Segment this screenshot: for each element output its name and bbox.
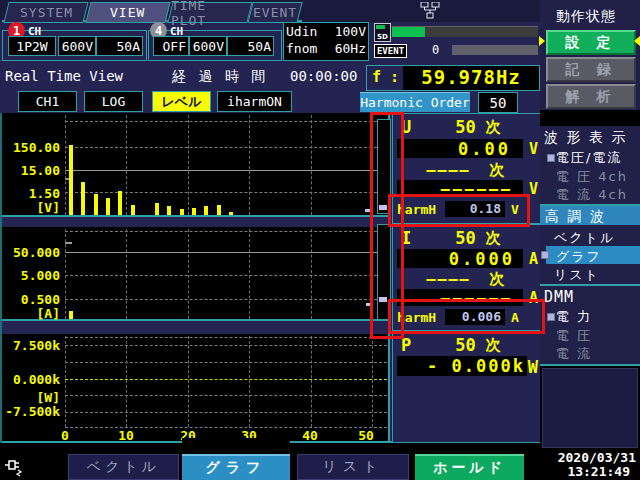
u-unit-label: [V] xyxy=(2,200,60,215)
xtick-10: 10 xyxy=(111,428,141,443)
i-ytick-50: 50.000 xyxy=(2,245,60,260)
ch1-current-range-box: 50A xyxy=(96,36,143,56)
ch1-voltage-range-box: 600V xyxy=(58,36,96,56)
i-readout-title: I 50 次 xyxy=(393,228,540,248)
udin-value: 100V xyxy=(335,24,366,39)
i-scroll-thumb[interactable] xyxy=(379,297,387,302)
i-cursor-marker xyxy=(366,303,372,306)
i-harmh-label: harmH xyxy=(397,310,436,325)
log-scale-button[interactable]: LOG xyxy=(84,91,143,112)
harmonic-order-button[interactable]: Harmonic Order xyxy=(360,92,470,112)
frequency-box: f : 59.978Hz xyxy=(366,65,540,91)
tab-view[interactable]: VIEW xyxy=(85,2,170,23)
u-order-value: 0.00 xyxy=(397,139,523,158)
u-harmonic-scrollbar[interactable] xyxy=(377,119,391,214)
u-harmh-unit: V xyxy=(511,202,519,217)
probe-connector-icon xyxy=(4,458,30,478)
sidebar-button-settings[interactable]: 設 定 xyxy=(546,30,636,55)
channel-select-button[interactable]: CH1 xyxy=(18,91,77,112)
event-label-badge: EVENT xyxy=(374,44,407,58)
sidebar-item-vector[interactable]: ベクトル xyxy=(554,229,615,247)
event-bar xyxy=(452,45,538,55)
u-harmh-label: harmH xyxy=(397,202,436,217)
sidebar-item-voltage-current[interactable]: 電圧/電流 xyxy=(556,149,622,167)
sidebar-item-graph[interactable]: グラフ xyxy=(546,246,640,264)
level-mode-button[interactable]: レベル xyxy=(152,91,211,112)
i-order-value: 0.000 xyxy=(397,249,523,268)
sidebar-item-voltage-4ch[interactable]: 電 圧 4ch xyxy=(556,168,628,186)
power-readout-panel: P 50 次 - 0.000k W xyxy=(392,331,541,443)
sidebar-item-dmm-current[interactable]: 電 流 xyxy=(556,345,592,363)
i-harmonic-scrollbar[interactable] xyxy=(377,224,391,320)
waveform-section-title: 波 形 表 示 xyxy=(544,129,627,147)
i-range-tick xyxy=(65,242,72,244)
i-dash-unit: A xyxy=(529,289,538,307)
graph-tab-notch xyxy=(182,438,290,445)
voltage-readout-panel: U 50 次 0.00 V –––– 次 –––––– V harmH 0.18… xyxy=(392,113,541,224)
udin-row: Udin 100V xyxy=(284,23,368,40)
u-order-unit: V xyxy=(529,140,538,158)
sidebar-item-power[interactable]: 電 力 xyxy=(556,308,592,326)
bottom-button-vector[interactable]: ベクトル xyxy=(68,454,179,480)
u-scroll-thumb[interactable] xyxy=(379,205,387,210)
u-dash-unit: V xyxy=(529,180,538,198)
i-ytick-0.5: 0.500 xyxy=(2,292,60,307)
harmonics-section-header: 高 調 波 xyxy=(540,206,640,225)
xtick-40: 40 xyxy=(295,428,325,443)
ch4-voltage-range-box: 600V xyxy=(189,36,227,56)
tab-event[interactable]: EVENT xyxy=(247,2,302,23)
sidebar-button-record[interactable]: 記 録 xyxy=(546,57,636,82)
graph-selected-bullet-icon xyxy=(541,251,549,259)
i-harmh-value: 0.006 xyxy=(445,309,505,325)
u-ytick-1.5: 1.50 xyxy=(2,186,60,201)
harmonic-order-value[interactable]: 50 xyxy=(478,92,518,113)
u-dash-value: –––––– xyxy=(397,180,523,197)
status-date: 2020/03/31 xyxy=(540,450,636,465)
waveform-selected-bullet-icon xyxy=(547,154,555,162)
frequency-label: f : xyxy=(367,66,403,90)
p-ytick-7.5k: 7.500k xyxy=(2,338,60,353)
u-ytick-150: 150.00 xyxy=(2,140,60,155)
p-readout-title: P 50 次 xyxy=(393,335,540,355)
i-ytick-5: 5.000 xyxy=(2,268,60,283)
p-order-unit: W xyxy=(528,357,538,377)
ch4-current-range-box: 50A xyxy=(227,36,274,56)
udin-label: Udin xyxy=(286,24,317,39)
i-order-unit: A xyxy=(529,250,538,268)
network-icon xyxy=(418,2,442,19)
tab-time-plot[interactable]: TIME PLOT xyxy=(167,2,252,23)
i-harmh-unit: A xyxy=(511,310,519,325)
u-ytick-15: 15.00 xyxy=(2,163,60,178)
p-ytick-neg7.5k: -7.500k xyxy=(2,404,60,419)
dmm-section-title: DMM xyxy=(544,288,574,306)
sidebar-item-current-4ch[interactable]: 電 流 4ch xyxy=(556,186,628,204)
elapsed-time-label: 経 過 時 間 xyxy=(172,68,269,86)
sidebar-item-list[interactable]: リスト xyxy=(554,266,600,284)
ch1-wiring-box: 1P2W xyxy=(8,36,56,56)
sd-usage-fill xyxy=(392,27,425,37)
sidebar-button-analyze[interactable]: 解 析 xyxy=(546,84,636,109)
event-count: 0 xyxy=(432,43,439,57)
voltage-chart-baseline xyxy=(2,215,390,217)
bottom-button-list[interactable]: リスト xyxy=(297,454,409,480)
fnom-row: fnom 60Hz xyxy=(284,40,368,57)
iharm-button[interactable]: iharmON xyxy=(217,91,292,112)
sd-card-icon: SD xyxy=(374,23,391,42)
i-dash-order-row: –––– 次 xyxy=(393,270,540,289)
view-mode-label: Real Time View xyxy=(5,68,123,84)
elapsed-time-value: 00:00:00 xyxy=(290,68,357,84)
bottom-button-graph[interactable]: グラフ xyxy=(182,454,290,480)
settings-left-arrow-icon xyxy=(539,36,545,46)
u-readout-title: U 50 次 xyxy=(393,117,540,137)
sidebar-item-dmm-voltage[interactable]: 電 圧 xyxy=(556,327,592,345)
settings-right-arrow-icon xyxy=(634,36,640,46)
xtick-0: 0 xyxy=(50,428,80,443)
frequency-value: 59.978Hz xyxy=(403,66,539,90)
sidebar-empty-panel xyxy=(542,368,638,448)
p-ytick-0k: 0.000k xyxy=(2,372,60,387)
bottom-button-hold[interactable]: ホールド xyxy=(415,454,524,480)
fnom-label: fnom xyxy=(286,41,317,56)
sd-usage-bar xyxy=(392,26,538,37)
tab-system[interactable]: SYSTEM xyxy=(3,2,88,23)
nominal-settings-box: Udin 100V fnom 60Hz xyxy=(283,22,369,61)
